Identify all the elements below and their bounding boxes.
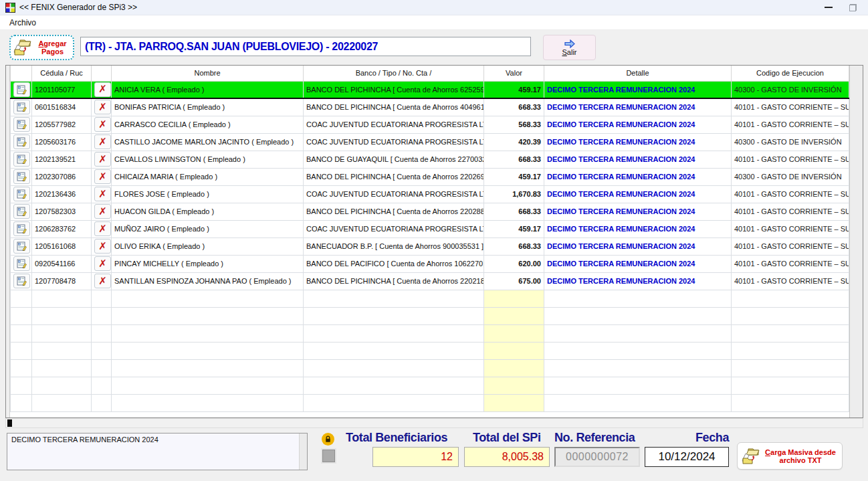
salir-button[interactable]: Salir [543, 35, 596, 60]
menu-bar: Archivo [0, 15, 868, 30]
codigo-cell: 40101 - GASTO CORRIENTE – SUELDOS [732, 151, 849, 168]
nombre-cell: CASTILLO JACOME MARLON JACINTO ( Emplead… [112, 133, 304, 151]
edit-row-button[interactable] [13, 221, 30, 236]
banco-cell: BANCO DE GUAYAQUIL [ Cuenta de Ahorros 2… [304, 151, 484, 168]
banco-cell: COAC JUVENTUD ECUATORIANA PROGRESISTA LT… [304, 116, 484, 133]
cedula-cell: 0601516834 [32, 98, 92, 116]
agregar-pagos-label-1: Agregar [35, 39, 70, 47]
edit-row-button[interactable] [13, 204, 30, 219]
agregar-pagos-button[interactable]: Agregar Pagos [9, 35, 74, 60]
banco-cell: COAC JUVENTUD ECUATORIANA PROGRESISTA LT… [304, 220, 484, 237]
edit-row-icon [17, 276, 27, 286]
column-header: Nombre [112, 66, 304, 81]
carga-masiva-label-2: archivo TXT [780, 456, 822, 464]
lock-icon [322, 433, 334, 446]
table-row[interactable]: 1207708478 ✗ SANTILLAN ESPINOZA JOHANNA … [11, 272, 850, 290]
title-bar: << FENIX Generador de SPi3 >> [0, 0, 868, 15]
carga-masiva-button[interactable]: Carga Masiva desde archivo TXT [737, 442, 843, 470]
horizontal-scrollbar[interactable] [5, 418, 863, 428]
edit-row-button[interactable] [13, 117, 30, 132]
menu-archivo[interactable]: Archivo [7, 17, 39, 29]
table-row[interactable]: 1205161068 ✗ OLIVO ERIKA ( Empleado ) BA… [11, 237, 850, 255]
delete-row-button[interactable]: ✗ [94, 117, 111, 132]
delete-row-button[interactable]: ✗ [94, 256, 111, 271]
delete-row-button[interactable]: ✗ [94, 204, 111, 219]
detalle-cell: DECIMO TERCERA REMUNERACION 2024 [544, 168, 732, 185]
cedula-cell: 1202139521 [32, 151, 92, 168]
column-header: Valor [484, 66, 544, 81]
edit-row-button[interactable] [13, 239, 30, 254]
edit-row-button[interactable] [13, 187, 30, 201]
delete-x-icon: ✗ [98, 224, 107, 234]
detalle-cell: DECIMO TERCERA REMUNERACION 2024 [544, 255, 732, 272]
delete-x-icon: ✗ [98, 172, 107, 182]
table-row[interactable]: 1206283762 ✗ MUÑOZ JAIRO ( Empleado ) CO… [11, 220, 850, 237]
referencia-field: 0000000072 [554, 447, 640, 467]
detalle-cell: DECIMO TERCERA REMUNERACION 2024 [544, 81, 732, 98]
delete-row-button[interactable]: ✗ [94, 82, 111, 97]
restore-button[interactable] [843, 1, 863, 15]
delete-row-button[interactable]: ✗ [94, 187, 111, 201]
edit-row-button[interactable] [13, 256, 30, 271]
cedula-cell: 1205577982 [32, 116, 92, 133]
table-row[interactable]: 0920541166 ✗ PINCAY MICHELLY ( Empleado … [11, 255, 850, 272]
delete-row-button[interactable]: ✗ [94, 239, 111, 254]
empty-table-row [11, 307, 850, 324]
detalle-comment-box[interactable]: DECIMO TERCERA REMUNERACION 2024 [7, 433, 308, 470]
nombre-cell: CARRASCO CECILIA ( Empleado ) [112, 116, 304, 133]
table-row[interactable]: 1205603176 ✗ CASTILLO JACOME MARLON JACI… [11, 133, 850, 151]
comment-scrollbar[interactable] [299, 434, 307, 470]
codigo-cell: 40300 - GASTO DE INVERSIÓN [732, 81, 849, 98]
edit-row-button[interactable] [13, 134, 30, 149]
edit-row-button[interactable] [13, 100, 30, 114]
fecha-field[interactable]: 10/12/2024 [645, 447, 729, 467]
edit-row-button[interactable] [13, 274, 30, 288]
valor-cell: 668.33 [484, 151, 544, 168]
nombre-cell: HUACON GILDA ( Empleado ) [112, 203, 304, 220]
valor-cell: 668.33 [484, 237, 544, 255]
gray-toggle-button[interactable] [322, 450, 335, 462]
minimize-button[interactable] [819, 1, 839, 15]
agregar-pagos-label-2: Pagos [41, 47, 64, 56]
valor-cell: 1,670.83 [484, 185, 544, 203]
delete-row-button[interactable]: ✗ [94, 169, 111, 184]
valor-cell: 668.33 [484, 203, 544, 220]
delete-x-icon: ✗ [98, 259, 107, 269]
table-row[interactable]: 1202136436 ✗ FLORES JOSE ( Empleado ) CO… [11, 185, 850, 203]
table-row[interactable]: 0601516834 ✗ BONIFAS PATRICIA ( Empleado… [11, 98, 850, 116]
cedula-cell: 1201105077 [32, 81, 92, 98]
table-row[interactable]: 1201105077 ✗ ANICIA VERA ( Empleado ) BA… [11, 81, 850, 98]
delete-row-button[interactable]: ✗ [94, 221, 111, 236]
vertical-scrollbar[interactable] [849, 66, 863, 417]
edit-row-icon [17, 120, 27, 129]
codigo-cell: 40101 - GASTO CORRIENTE – SUELDOS [732, 272, 849, 290]
edit-row-button[interactable] [13, 169, 30, 184]
codigo-cell: 40300 - GASTO DE INVERSIÓN [732, 133, 849, 151]
table-row[interactable]: 1202139521 ✗ CEVALLOS LIWINSGTON ( Emple… [11, 151, 850, 168]
edit-row-button[interactable] [13, 82, 30, 97]
edit-row-icon [17, 102, 27, 112]
minimize-icon [825, 7, 833, 8]
delete-row-button[interactable]: ✗ [94, 152, 111, 167]
detalle-cell: DECIMO TERCERA REMUNERACION 2024 [544, 151, 732, 168]
delete-row-button[interactable]: ✗ [94, 100, 111, 114]
delete-row-button[interactable]: ✗ [94, 134, 111, 149]
detalle-cell: DECIMO TERCERA REMUNERACION 2024 [544, 237, 732, 255]
table-row[interactable]: 1202307086 ✗ CHICAIZA MARIA ( Empleado )… [11, 168, 850, 185]
detalle-comment-text: DECIMO TERCERA REMUNERACION 2024 [11, 436, 299, 468]
table-row[interactable]: 1207582303 ✗ HUACON GILDA ( Empleado ) B… [11, 203, 850, 220]
nombre-cell: CHICAIZA MARIA ( Empleado ) [112, 168, 304, 185]
fecha-label: Fecha [695, 431, 729, 445]
total-spi-field: 8,005.38 [464, 447, 550, 467]
delete-row-button[interactable]: ✗ [94, 274, 111, 288]
exit-arrow-icon [564, 39, 576, 48]
edit-row-button[interactable] [13, 152, 30, 167]
table-row[interactable]: 1205577982 ✗ CARRASCO CECILIA ( Empleado… [11, 116, 850, 133]
valor-cell: 420.39 [484, 133, 544, 151]
horizontal-scrollbar-thumb[interactable] [7, 419, 12, 427]
grid-header-row: Cédula / RucNombreBanco / Tipo / No. Cta… [11, 66, 850, 81]
spi-title-input[interactable] [80, 37, 531, 56]
edit-row-icon [17, 172, 27, 181]
column-header: Cédula / Ruc [32, 66, 92, 81]
detalle-cell: DECIMO TERCERA REMUNERACION 2024 [544, 98, 732, 116]
